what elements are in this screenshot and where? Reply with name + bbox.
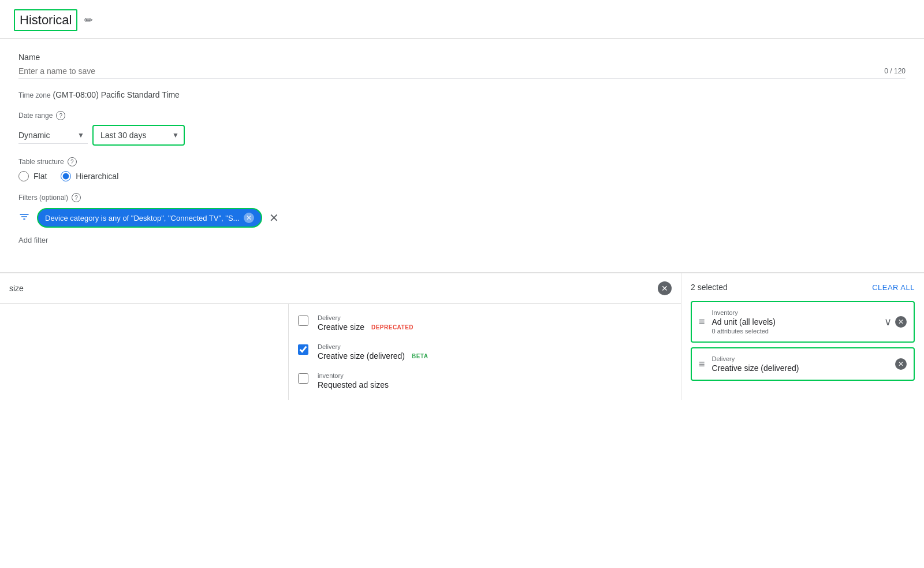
hierarchical-radio-label: Hierarchical — [76, 172, 118, 181]
flat-radio[interactable] — [18, 171, 29, 181]
hierarchical-radio[interactable] — [61, 171, 71, 181]
left-panel-search-label: size — [9, 284, 24, 293]
filters-label-row: Filters (optional) ? — [18, 193, 906, 202]
creative-size-del-content: Delivery Creative size (delivered) — [712, 355, 888, 373]
creative-size-delivered-content: Delivery Creative size (delivered) BETA — [318, 343, 430, 361]
name-input-row: 0 / 120 — [18, 66, 906, 79]
header-section: Historical ✏ — [0, 0, 924, 39]
creative-size-category: Delivery — [318, 314, 430, 321]
date-range-label: Date range ? — [18, 111, 906, 120]
timezone-label: Time zone — [18, 91, 51, 99]
right-panel: 2 selected CLEAR ALL ≡ Inventory Ad unit… — [681, 273, 924, 400]
left-empty-space — [0, 304, 289, 400]
table-structure-radio-group: Flat Hierarchical — [18, 171, 906, 181]
timezone-row: Time zone (GMT-08:00) Pacific Standard T… — [18, 90, 906, 99]
creative-size-delivered-name-row: Creative size (delivered) BETA — [318, 351, 430, 361]
date-range-select-wrapper: Last 30 days Last 7 days Last 90 days Ye… — [92, 125, 185, 146]
bottom-panel: size ✕ Delivery Creative size DEPRECATED — [0, 273, 924, 400]
right-panel-header: 2 selected CLEAR ALL — [691, 283, 915, 292]
creative-size-delivered-checkbox[interactable] — [298, 344, 308, 355]
requested-ad-sizes-name: Requested ad sizes — [318, 380, 389, 389]
beta-badge: BETA — [409, 352, 430, 360]
table-structure-help-icon[interactable]: ? — [68, 157, 77, 166]
clear-all-button[interactable]: CLEAR ALL — [872, 283, 915, 292]
creative-size-del-category: Delivery — [712, 355, 888, 362]
creative-size-del-name: Creative size (delivered) — [712, 363, 888, 373]
left-panel: size ✕ Delivery Creative size DEPRECATED — [0, 273, 681, 400]
flat-radio-option[interactable]: Flat — [18, 171, 47, 181]
name-input[interactable] — [18, 66, 307, 76]
ad-unit-category: Inventory — [712, 309, 877, 316]
ad-unit-content: Inventory Ad unit (all levels) 0 attribu… — [712, 309, 877, 335]
chevron-down-icon[interactable]: ∨ — [884, 315, 892, 328]
creative-size-del-actions: ✕ — [895, 358, 907, 370]
requested-ad-sizes-checkbox[interactable] — [298, 373, 308, 384]
date-range-section: Date range ? Dynamic Fixed ▼ Last 30 day… — [18, 111, 906, 146]
page-wrapper: Historical ✏ Name 0 / 120 Time zone (GMT… — [0, 0, 924, 568]
checkbox-items: Delivery Creative size DEPRECATED Delive… — [289, 304, 439, 400]
filter-chip-text: Device category is any of "Desktop", "Co… — [45, 214, 239, 222]
page-title: Historical — [14, 9, 77, 31]
table-structure-label-row: Table structure ? — [18, 157, 906, 166]
date-type-select[interactable]: Dynamic Fixed — [18, 127, 88, 144]
requested-ad-sizes-category: inventory — [318, 372, 430, 379]
table-structure-section: Table structure ? Flat Hierarchical — [18, 157, 906, 181]
filters-help-icon[interactable]: ? — [72, 193, 81, 202]
list-item: inventory Requested ad sizes — [289, 366, 439, 395]
creative-size-checkbox[interactable] — [298, 315, 308, 326]
requested-ad-sizes-content: inventory Requested ad sizes — [318, 372, 430, 389]
creative-size-delivered-name: Creative size (delivered) — [318, 351, 405, 361]
edit-icon[interactable]: ✏ — [84, 14, 93, 27]
date-range-select[interactable]: Last 30 days Last 7 days Last 90 days Ye… — [92, 125, 185, 146]
selected-item-ad-unit: ≡ Inventory Ad unit (all levels) 0 attri… — [691, 301, 915, 343]
date-range-label-text: Date range — [18, 112, 53, 120]
name-label: Name — [18, 53, 906, 62]
table-structure-label: Table structure — [18, 158, 64, 166]
creative-size-delivered-category: Delivery — [318, 343, 430, 350]
date-range-help-icon[interactable]: ? — [56, 111, 65, 120]
left-panel-close-icon[interactable]: ✕ — [658, 281, 672, 295]
selected-count: 2 selected — [691, 283, 728, 292]
creative-size-content: Delivery Creative size DEPRECATED — [318, 314, 430, 332]
hierarchical-radio-option[interactable]: Hierarchical — [61, 171, 118, 181]
date-range-controls: Dynamic Fixed ▼ Last 30 days Last 7 days… — [18, 125, 906, 146]
ad-unit-remove-button[interactable]: ✕ — [895, 316, 907, 328]
left-panel-header: size ✕ — [0, 273, 681, 304]
filter-chip-close-icon[interactable]: ✕ — [244, 213, 254, 223]
creative-size-name-row: Creative size DEPRECATED — [318, 322, 430, 332]
list-item: Delivery Creative size (delivered) BETA — [289, 337, 439, 366]
filter-remove-icon[interactable]: ✕ — [269, 211, 279, 225]
drag-handle-icon[interactable]: ≡ — [699, 316, 705, 328]
name-row: Name 0 / 120 — [18, 53, 906, 79]
list-item: Delivery Creative size DEPRECATED — [289, 309, 439, 337]
filters-section: Filters (optional) ? Device category is … — [18, 193, 906, 247]
creative-size-del-remove-button[interactable]: ✕ — [895, 358, 907, 370]
filters-row: Device category is any of "Desktop", "Co… — [18, 208, 906, 228]
deprecated-badge: DEPRECATED — [369, 324, 416, 331]
add-filter-link[interactable]: Add filter — [18, 233, 906, 247]
left-panel-body: Delivery Creative size DEPRECATED Delive… — [0, 304, 681, 400]
form-section: Name 0 / 120 Time zone (GMT-08:00) Pacif… — [0, 39, 924, 273]
ad-unit-name: Ad unit (all levels) — [712, 317, 877, 326]
filters-label: Filters (optional) — [18, 194, 68, 202]
requested-ad-sizes-name-row: Requested ad sizes — [318, 380, 430, 389]
filter-funnel-icon — [18, 211, 30, 225]
selected-item-creative-size: ≡ Delivery Creative size (delivered) ✕ — [691, 347, 915, 381]
ad-unit-attributes: 0 attributes selected — [712, 328, 877, 335]
creative-size-name: Creative size — [318, 322, 364, 332]
drag-handle-icon[interactable]: ≡ — [699, 358, 705, 370]
ad-unit-actions: ∨ ✕ — [884, 315, 907, 328]
date-type-select-wrapper: Dynamic Fixed ▼ — [18, 127, 88, 144]
char-count: 0 / 120 — [884, 67, 906, 75]
filter-chip[interactable]: Device category is any of "Desktop", "Co… — [37, 208, 262, 228]
timezone-value: (GMT-08:00) Pacific Standard Time — [53, 90, 179, 99]
flat-radio-label: Flat — [33, 172, 47, 181]
